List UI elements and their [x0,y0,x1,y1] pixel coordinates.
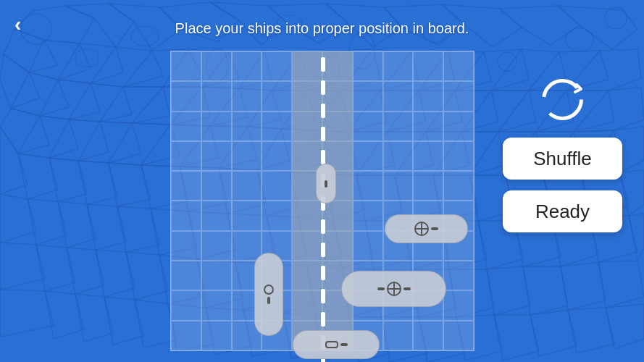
ship-crosshair-2 [387,282,401,296]
grid-cell[interactable] [262,111,292,141]
back-button[interactable]: ‹ [11,11,25,38]
crosshair-inner [416,223,427,235]
svg-marker-14 [91,47,163,87]
grid-cell[interactable] [353,231,383,261]
grid-cell[interactable] [443,261,474,290]
road-dash [321,80,325,95]
grid-cell[interactable] [413,141,443,171]
grid-cell[interactable] [171,171,201,201]
grid-cell[interactable] [383,111,414,141]
road-dash [321,219,325,234]
grid-cell[interactable] [353,81,383,111]
grid-cell[interactable] [232,51,262,81]
grid-cell[interactable] [353,171,383,201]
grid-cell[interactable] [171,321,201,350]
crosshair-inner-2 [388,283,400,295]
ship-1[interactable] [316,164,336,203]
grid-cell[interactable] [171,201,201,230]
grid-cell[interactable] [443,171,474,201]
grid-cell[interactable] [171,111,201,141]
grid-cell[interactable] [413,111,443,141]
grid-cell[interactable] [443,321,474,350]
grid-cell[interactable] [171,141,201,171]
grid-cell[interactable] [383,81,414,111]
grid-cell[interactable] [201,261,232,290]
grid-cell[interactable] [443,111,474,141]
rotate-icon [539,76,586,123]
grid-cell[interactable] [201,171,232,201]
svg-marker-87 [117,206,159,252]
road-dash [321,243,325,257]
grid-cell[interactable] [262,51,292,81]
grid-cell[interactable] [201,231,232,261]
grid-cell[interactable] [413,321,443,350]
grid-cell[interactable] [232,231,262,261]
svg-point-138 [544,81,582,119]
grid-cell[interactable] [413,81,443,111]
grid-cell[interactable] [353,141,383,171]
grid-cell[interactable] [232,141,262,171]
grid-cell[interactable] [201,51,232,81]
grid-cell[interactable] [201,201,232,230]
ship-2[interactable] [385,214,468,243]
grid-cell[interactable] [232,171,262,201]
grid-cell[interactable] [413,51,443,81]
grid-cell[interactable] [201,141,232,171]
grid-cell[interactable] [353,111,383,141]
grid-cell[interactable] [443,141,474,171]
grid-cell[interactable] [443,81,474,111]
ship-small-rect [325,341,338,348]
ship-barrel-h [431,227,438,230]
grid-cell[interactable] [262,171,292,201]
svg-marker-50 [109,123,180,165]
grid-cell[interactable] [201,81,232,111]
grid-cell[interactable] [353,201,383,230]
shuffle-button[interactable]: Shuffle [503,138,622,180]
ship-4[interactable] [341,271,446,307]
grid-cell[interactable] [171,261,201,290]
instruction-text: Place your ships into proper position in… [0,20,644,37]
game-board [170,51,474,351]
grid-cell[interactable] [443,51,474,81]
grid-cell[interactable] [383,141,414,171]
grid-cell[interactable] [413,171,443,201]
grid-cell[interactable] [171,290,201,320]
grid-cell[interactable] [232,111,262,141]
ship-crosshair [414,222,429,236]
grid-cell[interactable] [262,81,292,111]
svg-marker-102 [0,243,45,290]
grid-cell[interactable] [171,81,201,111]
ship-5[interactable] [293,330,380,359]
rotate-button[interactable] [535,72,590,127]
grid-cell[interactable] [262,141,292,171]
svg-marker-106 [126,252,168,300]
ship-barrel-h-1 [377,287,385,290]
road-dash [321,266,325,280]
ready-button[interactable]: Ready [503,190,622,232]
grid-cell[interactable] [383,171,414,201]
grid-cell[interactable] [383,321,414,350]
grid-cell[interactable] [171,231,201,261]
ship-3[interactable] [254,253,283,336]
grid-cell[interactable] [443,290,474,320]
ship-barrel-h-3 [340,343,348,346]
grid-cell[interactable] [201,321,232,350]
grid-cell[interactable] [353,51,383,81]
svg-marker-68 [109,163,151,206]
grid-cell[interactable] [201,290,232,320]
svg-marker-137 [606,304,644,349]
grid-cell[interactable] [262,201,292,230]
grid-cell[interactable] [171,51,201,81]
grid-cell[interactable] [232,81,262,111]
ship-gun-circle [264,285,274,295]
grid-cell[interactable] [201,111,232,141]
svg-marker-12 [29,40,91,80]
svg-marker-13 [58,43,123,83]
road-dash [321,104,325,118]
road-dash [321,127,325,141]
road-dash [321,57,325,72]
road-dash [321,150,325,164]
grid-cell[interactable] [383,51,414,81]
grid-cell[interactable] [232,201,262,230]
svg-marker-32 [100,87,170,123]
